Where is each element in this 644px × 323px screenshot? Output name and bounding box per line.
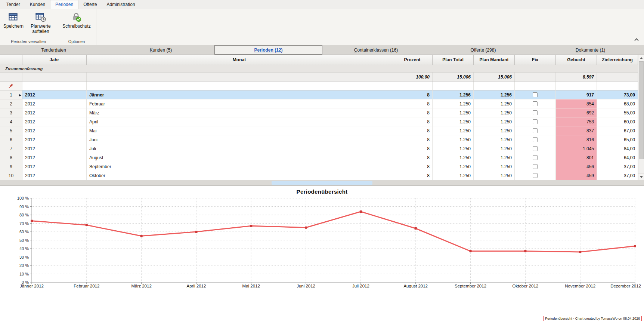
cell-gebucht[interactable]: 801 [556,153,597,162]
view-tab-3[interactable]: Containerklassen (16) [322,45,430,55]
row-number[interactable]: 5 [0,126,22,135]
fix-checkbox[interactable] [533,173,538,178]
cell-zielerreichung[interactable]: 67,00 [597,126,638,135]
cell-gebucht[interactable]: 692 [556,108,597,117]
cell-plan-total[interactable]: 1.250 [433,117,474,126]
fix-checkbox[interactable] [533,128,538,133]
cell-plan-total[interactable]: 1.250 [433,126,474,135]
cell-gebucht[interactable]: 837 [556,126,597,135]
cell-fix[interactable] [515,144,556,153]
table-row[interactable]: 72012Juli81.2501.2501.04584,00 [0,144,638,153]
cell-fix[interactable] [515,99,556,108]
cell-plan-mandant[interactable]: 1.250 [474,117,515,126]
cell-zielerreichung[interactable]: 73,00 [597,90,638,99]
cell-gebucht[interactable]: 753 [556,117,597,126]
cell-jahr[interactable]: 2012 [22,144,87,153]
fix-checkbox[interactable] [533,164,538,169]
row-number[interactable]: 2 [0,99,22,108]
cell-plan-mandant[interactable]: 1.250 [474,144,515,153]
cell-plan-mandant[interactable]: 1.250 [474,135,515,144]
cell-prozent[interactable]: 8 [392,153,433,162]
view-tab-1[interactable]: Kunden (5) [107,45,214,55]
cell-fix[interactable] [515,162,556,171]
splitter-drag-handle[interactable] [272,181,372,185]
cell-prozent[interactable]: 8 [392,108,433,117]
cell-monat[interactable]: Oktober [87,171,392,180]
table-row[interactable]: 32012März81.2501.25069255,00 [0,108,638,117]
table-row[interactable]: 92012September81.2501.25045637,00 [0,162,638,171]
column-header-plan-total[interactable]: Plan Total [433,55,474,65]
cell-plan-mandant[interactable]: 1.250 [474,99,515,108]
fix-checkbox[interactable] [533,155,538,160]
row-number[interactable]: 9 [0,162,22,171]
cell-jahr[interactable]: 2012 [22,108,87,117]
cell-jahr[interactable]: 2012 [22,117,87,126]
menu-tab-administration[interactable]: Administration [102,0,140,9]
cell-zielerreichung[interactable]: 64,00 [597,153,638,162]
fix-checkbox[interactable] [533,137,538,142]
cell-jahr[interactable]: 2012 [22,126,87,135]
row-number[interactable]: 6 [0,135,22,144]
cell-fix[interactable] [515,171,556,180]
cell-prozent[interactable]: 8 [392,126,433,135]
cell-prozent[interactable]: 8 [392,90,433,99]
scroll-down-button[interactable] [638,173,644,180]
cell-fix[interactable] [515,117,556,126]
cell-gebucht[interactable]: 459 [556,171,597,180]
table-row[interactable]: 1▶2012Jänner81.2561.25691773,00 [0,90,638,99]
cell-gebucht[interactable]: 1.045 [556,144,597,153]
cell-fix[interactable] [515,135,556,144]
cell-plan-total[interactable]: 1.250 [433,99,474,108]
cell-zielerreichung[interactable]: 84,00 [597,144,638,153]
filter-cell-zielerreichung[interactable] [597,81,638,90]
table-row[interactable]: 82012August81.2501.25080164,00 [0,153,638,162]
cell-jahr[interactable]: 2012 [22,90,87,99]
filter-cell-prozent[interactable] [392,81,433,90]
planwerte-aufteilen-button[interactable]: Planwerte aufteilen [26,10,56,35]
cell-gebucht[interactable]: 854 [556,99,597,108]
cell-monat[interactable]: Juli [87,144,392,153]
cell-plan-total[interactable]: 1.256 [433,90,474,99]
filter-cell-monat[interactable] [87,81,392,90]
filter-cell-fix[interactable] [515,81,556,90]
filter-cell-plan-mandant[interactable] [474,81,515,90]
cell-monat[interactable]: August [87,153,392,162]
column-header-fix[interactable]: Fix [515,55,556,65]
column-header-plan-mandant[interactable]: Plan Mandant [474,55,515,65]
row-number[interactable]: 8 [0,153,22,162]
menu-tab-tender[interactable]: Tender [1,0,25,9]
cell-monat[interactable]: März [87,108,392,117]
fix-checkbox[interactable] [533,101,538,106]
vertical-scrollbar[interactable] [638,55,644,180]
cell-zielerreichung[interactable]: 37,00 [597,162,638,171]
cell-monat[interactable]: September [87,162,392,171]
row-number[interactable]: 7 [0,144,22,153]
column-header-monat[interactable]: Monat [87,55,392,65]
cell-prozent[interactable]: 8 [392,117,433,126]
menu-tab-kunden[interactable]: Kunden [25,0,50,9]
menu-tab-offerte[interactable]: Offerte [78,0,102,9]
cell-plan-mandant[interactable]: 1.250 [474,126,515,135]
cell-jahr[interactable]: 2012 [22,99,87,108]
collapse-ribbon-chevron-up-icon[interactable] [635,38,638,41]
cell-prozent[interactable]: 8 [392,171,433,180]
cell-jahr[interactable]: 2012 [22,153,87,162]
schreibschutz-button[interactable]: Schreibschutz [58,10,95,30]
cell-zielerreichung[interactable]: 65,00 [597,135,638,144]
cell-prozent[interactable]: 8 [392,135,433,144]
table-row[interactable]: 62012Juni81.2501.25081665,00 [0,135,638,144]
cell-zielerreichung[interactable]: 37,00 [597,171,638,180]
cell-zielerreichung[interactable]: 55,00 [597,108,638,117]
cell-fix[interactable] [515,108,556,117]
table-row[interactable]: 22012Februar81.2501.25085468,00 [0,99,638,108]
filter-cell-plan-total[interactable] [433,81,474,90]
cell-monat[interactable]: Juni [87,135,392,144]
column-header-gebucht[interactable]: Gebucht [556,55,597,65]
cell-plan-mandant[interactable]: 1.250 [474,171,515,180]
scrollbar-thumb[interactable] [639,61,644,159]
cell-jahr[interactable]: 2012 [22,135,87,144]
cell-plan-total[interactable]: 1.250 [433,153,474,162]
row-number[interactable]: 3 [0,108,22,117]
column-header-prozent[interactable]: Prozent [392,55,433,65]
table-row[interactable]: 42012April81.2501.25075360,00 [0,117,638,126]
